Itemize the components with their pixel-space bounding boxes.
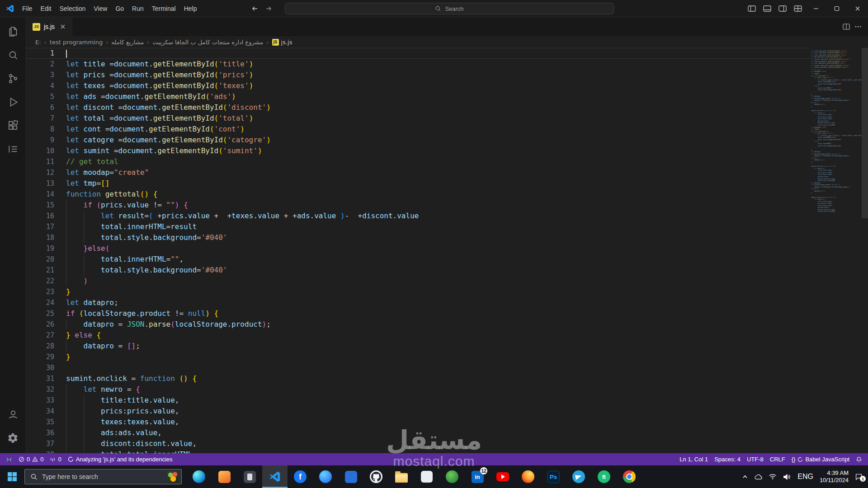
indentation[interactable]: Spaces: 4: [711, 456, 744, 463]
customize-layout-icon[interactable]: [790, 0, 806, 17]
eol-selector[interactable]: CRLF: [767, 456, 788, 463]
remote-indicator[interactable]: [3, 453, 15, 465]
code-line-24[interactable]: 24let datapro;: [26, 297, 810, 308]
taskbar-app-telegram[interactable]: [566, 465, 591, 488]
code-line-34[interactable]: 34prics:prics.value,: [26, 406, 810, 417]
code-line-6[interactable]: 6let discont =document.getElementById('d…: [26, 102, 810, 113]
taskbar-app-green[interactable]: [439, 465, 465, 488]
scrollbar-thumb[interactable]: [862, 48, 868, 218]
tab-close-icon[interactable]: [58, 22, 67, 31]
tray-notifications[interactable]: 1: [855, 473, 863, 480]
taskbar-app-linkedin[interactable]: in12: [465, 465, 490, 488]
source-control-icon[interactable]: [0, 67, 26, 90]
code-line-28[interactable]: 28datapro = [];: [26, 341, 810, 352]
language-mode[interactable]: {} Babel JavaScript: [788, 456, 853, 463]
code-line-17[interactable]: 17total.innerHTML=result: [26, 221, 810, 232]
code-line-23[interactable]: 23}: [26, 286, 810, 297]
tray-volume-icon[interactable]: [783, 474, 791, 480]
toggle-secondary-sidebar-icon[interactable]: [775, 0, 790, 17]
taskbar-app-vscode[interactable]: [262, 465, 288, 488]
command-center-search[interactable]: Search: [285, 3, 614, 14]
taskbar-app-photoshop[interactable]: Ps: [541, 465, 566, 488]
menu-help[interactable]: Help: [180, 3, 201, 14]
code-line-3[interactable]: 3let prics =document.getElementById('pri…: [26, 70, 810, 80]
settings-gear-icon[interactable]: [0, 426, 26, 450]
taskbar-app-fiverr[interactable]: fi: [591, 465, 617, 488]
code-line-18[interactable]: 18total.style.background='#040': [26, 232, 810, 243]
analyzing-status[interactable]: Analyzing 'js.js' and its dependencies: [65, 453, 176, 465]
breadcrumb-drive[interactable]: E:: [35, 39, 41, 46]
code-line-10[interactable]: 10let sumint =document.getElementById('s…: [26, 145, 810, 156]
code-line-1[interactable]: 1: [26, 48, 810, 59]
menu-go[interactable]: Go: [111, 3, 128, 14]
code-line-30[interactable]: 30: [26, 362, 810, 373]
tab-jsjs[interactable]: JS js.js: [26, 17, 72, 36]
taskbar-app-firefox[interactable]: [515, 465, 541, 488]
code-line-19[interactable]: 19}else(: [26, 243, 810, 254]
start-button[interactable]: [0, 465, 24, 488]
minimap[interactable]: let title =document.getElementById('titl…: [811, 48, 862, 453]
menu-run[interactable]: Run: [128, 3, 148, 14]
editor-scrollbar[interactable]: [862, 48, 868, 453]
code-line-13[interactable]: 13let tmp=[]: [26, 178, 810, 189]
search-sidebar-icon[interactable]: [0, 43, 26, 67]
breadcrumb-file[interactable]: JS js.js: [272, 39, 292, 46]
menu-selection[interactable]: Selection: [56, 3, 90, 14]
taskbar-app-messenger[interactable]: [313, 465, 338, 488]
code-line-36[interactable]: 36ads:ads.value,: [26, 427, 810, 438]
toggle-sidebar-icon[interactable]: [744, 0, 760, 17]
code-line-35[interactable]: 35texes:texes.value,: [26, 417, 810, 427]
code-line-15[interactable]: 15if (prics.value != "") {: [26, 200, 810, 211]
code-line-2[interactable]: 2let title =document.getElementById('tit…: [26, 59, 810, 70]
code-line-16[interactable]: 16let result=( +prics.value + +texes.val…: [26, 211, 810, 221]
taskbar-app-blue[interactable]: [338, 465, 363, 488]
code-line-7[interactable]: 7let total =document.getElementById('tot…: [26, 113, 810, 124]
taskbar-app-orange[interactable]: [212, 465, 237, 488]
extensions-icon[interactable]: [0, 114, 26, 137]
taskbar-app-edge[interactable]: [186, 465, 212, 488]
ports-indicator[interactable]: 0: [47, 453, 64, 465]
split-editor-icon[interactable]: [843, 23, 850, 30]
code-lines[interactable]: 12let title =document.getElementById('ti…: [26, 48, 810, 453]
outline-extension-icon[interactable]: [0, 137, 26, 161]
search-highlight-image[interactable]: [167, 471, 179, 483]
code-line-32[interactable]: 32let newro = {: [26, 384, 810, 395]
menu-edit[interactable]: Edit: [37, 3, 56, 14]
explorer-icon[interactable]: [0, 20, 26, 43]
code-line-21[interactable]: 21total.style.background='#040': [26, 265, 810, 276]
tray-chevron-icon[interactable]: [742, 474, 748, 479]
code-line-29[interactable]: 29}: [26, 352, 810, 362]
maximize-button[interactable]: [826, 0, 847, 17]
code-editor[interactable]: 12let title =document.getElementById('ti…: [26, 48, 868, 453]
code-line-25[interactable]: 25if (localStorage.product != null) {: [26, 308, 810, 319]
breadcrumb-folder-3[interactable]: مشروع اداره منتجات كامل ب الجافا سكريبت: [152, 39, 263, 46]
breadcrumb-folder-1[interactable]: test programming: [50, 39, 103, 46]
code-line-33[interactable]: 33title:title.value,: [26, 395, 810, 406]
taskbar-app-chrome[interactable]: [617, 465, 642, 488]
menu-view[interactable]: View: [90, 3, 111, 14]
code-line-12[interactable]: 12let moodap="create": [26, 167, 810, 178]
code-line-5[interactable]: 5let ads =document.getElementById('ads'): [26, 91, 810, 102]
tray-cloud-icon[interactable]: [754, 474, 762, 480]
more-actions-icon[interactable]: [854, 23, 862, 30]
code-line-31[interactable]: 31sumint.onclick = function () {: [26, 373, 810, 384]
tray-language[interactable]: ENG: [797, 473, 813, 481]
tray-clock[interactable]: 4:39 AM 10/11/2024: [820, 469, 849, 484]
menu-terminal[interactable]: Terminal: [148, 3, 180, 14]
code-line-9[interactable]: 9let catogre =document.getElementById('c…: [26, 135, 810, 145]
notifications-bell-icon[interactable]: [853, 456, 865, 463]
code-line-4[interactable]: 4let texes =document.getElementById('tex…: [26, 80, 810, 91]
code-line-8[interactable]: 8let cont =document.getElementById('cont…: [26, 124, 810, 135]
taskbar-app-white[interactable]: [414, 465, 439, 488]
toggle-panel-icon[interactable]: [760, 0, 775, 17]
account-icon[interactable]: [0, 403, 26, 426]
history-forward-icon[interactable]: [265, 5, 272, 12]
taskbar-app-gray[interactable]: [237, 465, 262, 488]
taskbar-app-github[interactable]: [363, 465, 389, 488]
taskbar-search[interactable]: Type here to search: [24, 469, 182, 484]
taskbar-app-youtube[interactable]: [490, 465, 515, 488]
minimize-button[interactable]: [806, 0, 826, 17]
run-debug-icon[interactable]: [0, 90, 26, 114]
code-line-20[interactable]: 20total.innerHTML="",: [26, 254, 810, 265]
code-line-26[interactable]: 26datapro = JSON.parse(localStorage.prod…: [26, 319, 810, 330]
